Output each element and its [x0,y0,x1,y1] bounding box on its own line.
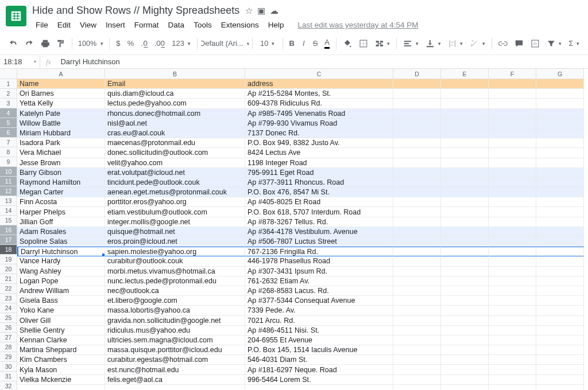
cell[interactable]: Adam Rosales [17,227,105,237]
cell[interactable]: sapien.molestie@yahoo.org [105,247,245,256]
cell[interactable] [393,158,441,168]
cell[interactable]: Finn Acosta [17,197,105,207]
merge-icon[interactable] [372,37,393,50]
cell[interactable] [441,267,489,276]
doc-title[interactable]: Hide and Show Rows // Mighty Spreadsheet… [32,5,239,17]
cell[interactable] [489,138,536,148]
row-header[interactable]: 30 [0,362,17,372]
header-cell[interactable] [393,79,441,89]
row-header[interactable]: 32 [0,381,17,390]
filter-icon[interactable] [544,37,565,50]
col-header-F[interactable]: F [489,69,536,79]
cell[interactable]: 1198 Integer Road [245,158,393,168]
cell[interactable]: nisl@aol.net [105,119,245,128]
cell[interactable]: nunc.lectus.pede@protonmail.edu [105,276,245,286]
cell[interactable] [441,316,489,326]
cell[interactable] [489,365,536,375]
cell[interactable] [536,109,584,119]
cell[interactable] [441,109,489,119]
cell[interactable] [536,375,584,385]
row-header[interactable]: 22 [0,284,17,294]
cell[interactable]: cras.eu@aol.couk [105,128,245,138]
cell[interactable] [441,345,489,355]
cell[interactable] [536,197,584,207]
cell[interactable] [489,336,536,345]
italic-icon[interactable]: I [299,37,309,50]
cell[interactable]: maecenas@protonmail.edu [105,138,245,148]
cell[interactable] [393,109,441,119]
cell[interactable] [536,168,584,178]
cell[interactable] [536,306,584,315]
sheets-logo[interactable] [6,6,26,26]
cell[interactable] [441,355,489,365]
cell[interactable] [489,197,536,207]
cell[interactable]: Logan Pope [17,276,105,286]
cell[interactable]: est.nunc@hotmail.edu [105,365,245,375]
cell[interactable] [441,197,489,207]
cell[interactable]: Katelyn Pate [17,109,105,119]
cell[interactable] [441,168,489,178]
cell[interactable] [393,217,441,227]
cell[interactable] [441,385,489,390]
cell[interactable] [536,89,584,99]
cell[interactable]: Ap #377-3911 Rhoncus. Road [245,178,393,188]
cell[interactable]: Ap #181-6297 Neque. Road [245,365,393,375]
cell[interactable] [441,119,489,128]
cell[interactable] [536,99,584,108]
cell[interactable]: 795-9911 Eget Road [245,168,393,178]
cell[interactable] [536,148,584,158]
cell[interactable] [393,148,441,158]
cell[interactable]: quis.diam@icloud.ca [105,89,245,99]
cell[interactable]: Miriam Hubbard [17,128,105,138]
cell[interactable]: Ap #985-7495 Venenatis Road [245,109,393,119]
cell[interactable] [536,256,584,266]
cell[interactable] [441,99,489,108]
cell[interactable] [489,99,536,108]
cell[interactable]: 996-5464 Lorem St. [245,375,393,385]
cell[interactable]: 7137 Donec Rd. [245,128,393,138]
cell[interactable] [536,286,584,296]
decrease-decimal-icon[interactable]: .0̲ [138,37,150,50]
row-header[interactable]: 27 [0,333,17,342]
row-header[interactable]: 5 [0,118,17,128]
cell[interactable]: Yoko Kane [17,306,105,315]
header-cell[interactable] [441,79,489,89]
row-header[interactable]: 12 [0,186,17,196]
cell[interactable] [105,385,245,390]
paint-format-icon[interactable] [53,37,68,50]
cell[interactable] [441,217,489,227]
menu-edit[interactable]: Edit [54,19,74,31]
cell[interactable] [489,109,536,119]
row-header[interactable]: 9 [0,157,17,167]
cell[interactable] [441,227,489,237]
row-header[interactable]: 14 [0,206,17,216]
cell[interactable]: Ap #486-4511 Nisi. St. [245,326,393,336]
menu-insert[interactable]: Insert [102,19,129,31]
cell[interactable] [17,385,105,390]
cell[interactable]: Ap #506-7807 Luctus Street [245,237,393,247]
cell[interactable]: P.O. Box 476, 8547 Mi St. [245,188,393,197]
cell[interactable]: Ap #799-930 Vivamus Road [245,119,393,128]
cell[interactable] [393,286,441,296]
cell[interactable] [441,365,489,375]
row-header[interactable]: 11 [0,177,17,186]
cell[interactable]: 767-2136 Fringilla Rd. [245,247,393,256]
cell[interactable] [441,247,489,256]
cell[interactable]: Ori Barnes [17,89,105,99]
cell[interactable]: Jesse Brown [17,158,105,168]
fill-color-icon[interactable] [340,37,355,50]
cell[interactable]: Megan Carter [17,188,105,197]
cell[interactable]: P.O. Box 618, 5707 Interdum. Road [245,207,393,217]
cell[interactable] [489,89,536,99]
cell[interactable]: 546-4031 Diam St. [245,355,393,365]
cell[interactable]: donec.sollicitudin@outlook.com [105,148,245,158]
cell[interactable]: P.O. Box 949, 8382 Justo Av. [245,138,393,148]
cell[interactable]: Raymond Hamilton [17,178,105,188]
rotate-icon[interactable] [467,37,488,50]
cell[interactable] [489,375,536,385]
menu-view[interactable]: View [76,19,100,31]
cell[interactable] [441,128,489,138]
cell[interactable] [536,296,584,306]
cell[interactable] [489,158,536,168]
cell[interactable]: nec@outlook.ca [105,286,245,296]
